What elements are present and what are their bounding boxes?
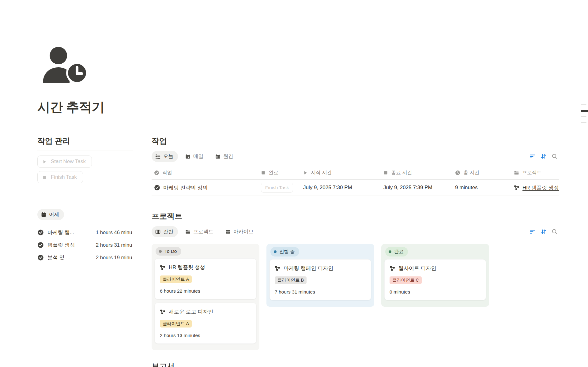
task-cell[interactable]: 마케팅 전략의 정의 (152, 184, 258, 191)
stop-icon (383, 170, 388, 175)
tab-archive[interactable]: 아카이브 (222, 226, 258, 237)
task-name: 마케팅 캠... (47, 229, 89, 236)
card-total-time: 6 hours 22 minutes (160, 288, 251, 294)
time-tracker-page: 시간 추적기 작업 관리 Start New Task Finish Task (0, 0, 588, 367)
check-circle-icon (154, 170, 159, 175)
column-header-complete[interactable]: 완료 (258, 170, 301, 176)
card-title: HR 템플릿 생성 (169, 264, 205, 271)
board-column-done: 완료 웹사이트 디자인 클라이언트 C 0 minutes (381, 244, 489, 307)
status-badge: 완료 (385, 247, 408, 257)
status-label: 완료 (394, 249, 404, 255)
status-badge: 진행 중 (270, 247, 299, 257)
column-header-task[interactable]: 작업 (152, 170, 258, 176)
column-header-project[interactable]: 프로젝트 (511, 170, 559, 176)
tab-monthly-label: 월간 (223, 153, 233, 160)
project-card[interactable]: HR 템플릿 생성 클라이언트 A 6 hours 22 minutes (155, 258, 256, 299)
kanban-board-icon (155, 229, 160, 234)
card-total-time: 0 minutes (390, 289, 481, 295)
project-card[interactable]: 새로운 로고 디자인 클라이언트 A 2 hours 13 minutes (155, 303, 256, 344)
yesterday-tab[interactable]: 어제 (37, 209, 64, 220)
row-finish-task-button[interactable]: Finish Task (261, 183, 293, 193)
tab-monthly[interactable]: 월간 (212, 151, 238, 162)
toc-line (581, 116, 586, 117)
filter-icon[interactable] (530, 229, 536, 235)
board-column-in-progress: 진행 중 마케팅 캠페인 디자인 클라이언트 B 7 hours 31 min (266, 244, 374, 307)
play-icon (42, 159, 47, 164)
person-with-clock-icon[interactable] (42, 47, 88, 84)
sort-icon[interactable] (541, 229, 547, 235)
card-total-time: 7 hours 31 minutes (275, 289, 366, 295)
column-header-start-time[interactable]: 시작 시간 (301, 170, 381, 176)
column-header-end-time[interactable]: 종료 시간 (381, 170, 453, 176)
search-icon[interactable] (552, 153, 558, 159)
relation-icon (275, 266, 280, 271)
column-label: 총 시간 (463, 170, 479, 176)
client-tag: 클라이언트 C (390, 276, 422, 284)
projects-view-tabs: 칸반 프로젝트 아카이브 (152, 226, 559, 237)
toc-indicator[interactable] (581, 104, 588, 123)
column-header-total-time[interactable]: 총 시간 (453, 170, 511, 176)
folder-icon (185, 229, 190, 234)
task-management-panel: 작업 관리 Start New Task Finish Task (37, 136, 133, 264)
finish-task-label: Finish Task (51, 174, 77, 180)
client-tag: 클라이언트 A (160, 275, 192, 283)
project-card[interactable]: 마케팅 캠페인 디자인 클라이언트 B 7 hours 31 minutes (270, 259, 371, 300)
column-label: 프로젝트 (522, 170, 542, 176)
status-dot (389, 250, 391, 253)
card-title: 새로운 로고 디자인 (169, 308, 213, 315)
status-dot (159, 250, 162, 253)
task-name: 분석 및 ... (47, 254, 89, 261)
calendar-icon (41, 212, 46, 217)
clock-icon (455, 170, 460, 175)
list-item[interactable]: 템플릿 생성 2 hours 31 minu (37, 239, 133, 251)
tab-kanban[interactable]: 칸반 (152, 226, 178, 237)
project-link[interactable]: HR 템플릿 생성 (522, 184, 559, 191)
sort-icon[interactable] (541, 153, 547, 159)
table-row[interactable]: 마케팅 전략의 정의 Finish Task July 9, 2025 7:30… (152, 180, 559, 196)
check-circle-icon (37, 229, 44, 236)
tab-daily[interactable]: 매일 (182, 151, 208, 162)
relation-icon (514, 185, 519, 190)
total-time-value: 9 minutes (455, 185, 478, 191)
toc-line (581, 122, 586, 123)
filter-icon[interactable] (530, 153, 536, 159)
tab-projects[interactable]: 프로젝트 (182, 226, 218, 237)
tasks-view-tabs: 오늘 매일 (152, 151, 559, 162)
relation-icon (160, 265, 165, 270)
task-name: 템플릿 생성 (47, 242, 89, 249)
start-time-cell: July 9, 2025 7:30 PM (301, 185, 381, 191)
list-item[interactable]: 마케팅 캠... 1 hours 46 minu (37, 226, 133, 239)
tab-archive-label: 아카이브 (233, 228, 254, 235)
check-circle-icon (37, 254, 44, 261)
check-circle-icon (37, 242, 44, 248)
column-label: 종료 시간 (391, 170, 412, 176)
relation-icon (390, 266, 395, 271)
stop-icon (42, 175, 47, 180)
checklist-icon (155, 154, 160, 159)
status-dot (274, 250, 277, 253)
status-badge: To Do (156, 247, 181, 256)
board-column-todo: To Do HR 템플릿 생성 클라이언트 A 6 hours 22 minu (152, 244, 259, 350)
calendar-icon (185, 154, 190, 159)
column-label: 작업 (162, 170, 172, 176)
tab-today[interactable]: 오늘 (152, 151, 178, 162)
finish-task-button[interactable]: Finish Task (37, 171, 83, 183)
start-new-task-label: Start New Task (51, 159, 86, 165)
client-tag: 클라이언트 A (160, 320, 192, 328)
project-cell: HR 템플릿 생성 (511, 184, 559, 191)
client-tag: 클라이언트 B (275, 276, 307, 284)
list-item[interactable]: 분석 및 ... 2 hours 19 minu (37, 251, 133, 264)
project-card[interactable]: 웹사이트 디자인 클라이언트 C 0 minutes (384, 259, 486, 300)
start-new-task-button[interactable]: Start New Task (37, 155, 92, 168)
projects-heading: 프로젝트 (152, 211, 559, 221)
stop-icon (261, 170, 266, 175)
archive-box-icon (225, 229, 231, 234)
task-management-heading: 작업 관리 (37, 136, 133, 151)
tab-projects-label: 프로젝트 (193, 228, 213, 235)
kanban-board: To Do HR 템플릿 생성 클라이언트 A 6 hours 22 minu (152, 244, 559, 350)
total-time-cell: 9 minutes (453, 185, 511, 191)
task-duration: 2 hours 31 minu (96, 242, 133, 248)
task-duration: 1 hours 46 minu (96, 230, 133, 235)
search-icon[interactable] (552, 229, 558, 235)
tasks-table-header: 작업 완료 시작 시간 (152, 166, 559, 180)
